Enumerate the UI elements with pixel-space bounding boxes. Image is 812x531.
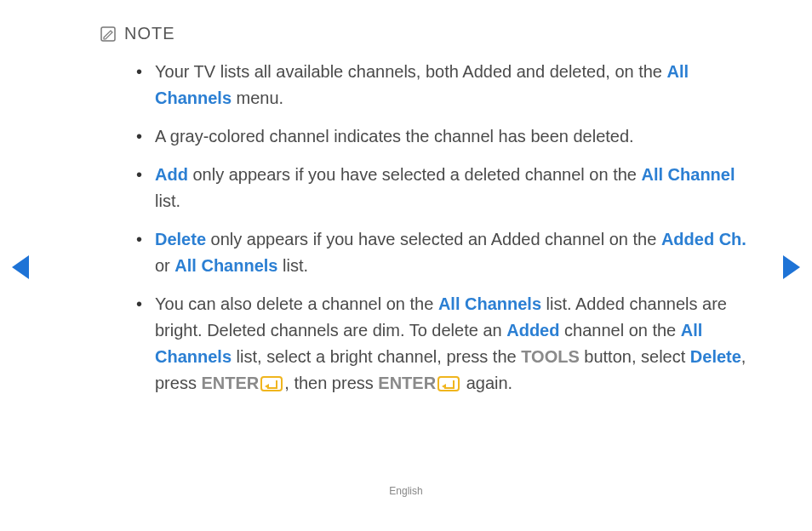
- button-label-enter: ENTER: [201, 374, 259, 392]
- keyword-all-channels: All Channels: [174, 256, 277, 275]
- button-label-tools: TOOLS: [521, 347, 580, 366]
- text: only appears if you have selected a dele…: [188, 165, 642, 184]
- text: list, select a bright channel, press the: [232, 347, 521, 366]
- list-item: Your TV lists all available channels, bo…: [136, 59, 761, 111]
- text: again.: [461, 374, 512, 392]
- text: Your TV lists all available channels, bo…: [155, 62, 667, 81]
- button-label-enter: ENTER: [378, 374, 436, 392]
- text: , then press: [284, 374, 378, 392]
- prev-page-arrow[interactable]: [12, 255, 29, 279]
- text: button, select: [580, 347, 690, 366]
- keyword-added-ch: Added Ch.: [661, 230, 746, 248]
- list-item: Delete only appears if you have selected…: [136, 226, 761, 279]
- list-item: You can also delete a channel on the All…: [136, 291, 761, 397]
- keyword-all-channels: All Channels: [438, 294, 541, 313]
- text: only appears if you have selected an Add…: [206, 230, 661, 248]
- text: list.: [277, 256, 308, 275]
- footer-language: English: [0, 485, 812, 497]
- keyword-add: Add: [155, 165, 188, 184]
- enter-icon: [437, 376, 460, 391]
- text: channel on the: [559, 321, 680, 340]
- note-label: NOTE: [124, 24, 175, 43]
- next-page-arrow[interactable]: [783, 255, 800, 279]
- page-content: NOTE Your TV lists all available channel…: [0, 0, 812, 397]
- enter-icon: [260, 376, 283, 391]
- keyword-delete: Delete: [155, 230, 206, 248]
- list-item: Add only appears if you have selected a …: [136, 162, 761, 214]
- text: list.: [155, 191, 180, 210]
- text: menu.: [232, 88, 283, 107]
- text: A gray-colored channel indicates the cha…: [155, 127, 634, 146]
- text: You can also delete a channel on the: [155, 294, 438, 313]
- list-item: A gray-colored channel indicates the cha…: [136, 123, 761, 150]
- keyword-all-channel: All Channel: [642, 165, 735, 184]
- note-header: NOTE: [100, 24, 761, 43]
- text: or: [155, 256, 174, 275]
- keyword-delete: Delete: [690, 347, 741, 366]
- keyword-added: Added: [506, 321, 559, 340]
- note-bullet-list: Your TV lists all available channels, bo…: [102, 59, 761, 397]
- note-icon: [100, 26, 116, 42]
